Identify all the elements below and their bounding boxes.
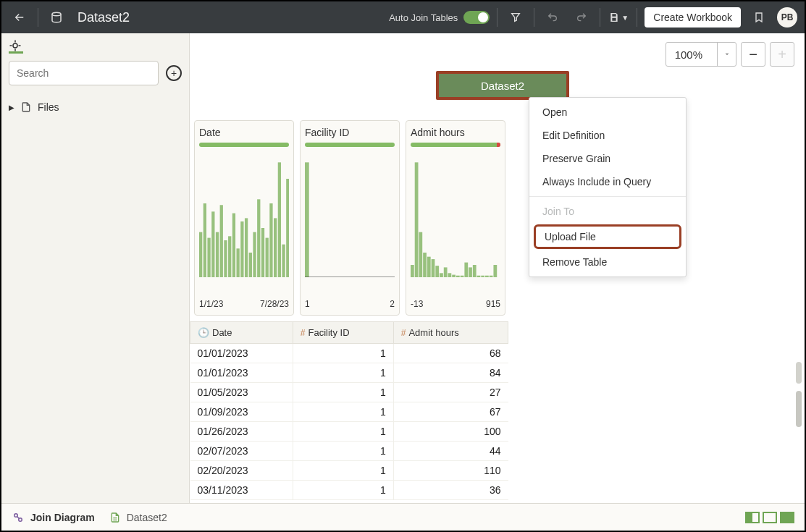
col-header-date[interactable]: 🕒Date	[190, 322, 293, 344]
caret-right-icon: ▶	[9, 104, 14, 111]
svg-rect-8	[224, 240, 227, 277]
dataset-icon	[46, 7, 67, 28]
back-button[interactable]	[9, 7, 30, 28]
svg-rect-7	[220, 205, 223, 277]
svg-rect-6	[216, 232, 219, 277]
column-card-date[interactable]: Date	[194, 120, 294, 316]
redo-icon[interactable]	[571, 7, 592, 28]
zoom-select[interactable]: 100%	[666, 42, 736, 67]
svg-rect-3	[203, 203, 206, 277]
undo-icon[interactable]	[542, 7, 563, 28]
svg-rect-45	[490, 276, 493, 277]
svg-rect-41	[473, 265, 477, 277]
divider	[38, 8, 38, 27]
divider	[600, 8, 600, 27]
tab-join-label: Join Diagram	[30, 512, 95, 523]
svg-rect-35	[448, 273, 452, 277]
bookmark-icon[interactable]	[748, 7, 770, 28]
scrollbar-thumb[interactable]	[796, 362, 802, 384]
autojoin-label: Auto Join Tables	[389, 12, 458, 23]
table-row[interactable]: 01/26/20231100	[190, 422, 508, 442]
table-row[interactable]: 01/05/2023127	[190, 383, 508, 402]
join-icon	[12, 511, 25, 524]
svg-rect-27	[415, 162, 419, 277]
scrollbar-thumb[interactable]	[796, 391, 802, 427]
canvas: 100% − + Dataset2 Date	[190, 33, 805, 503]
column-title: Date	[199, 127, 289, 138]
chevron-down-icon	[717, 43, 736, 66]
column-preview-cards: Date	[194, 120, 505, 316]
column-card-facility[interactable]: Facility ID 1 2	[300, 120, 400, 316]
column-card-admit-hours[interactable]: Admit hours	[406, 120, 505, 316]
filter-icon[interactable]	[505, 7, 526, 28]
create-workbook-button[interactable]: Create Workbook	[645, 7, 741, 28]
svg-rect-20	[274, 218, 277, 277]
zoom-out-button[interactable]: −	[741, 42, 765, 67]
table-row[interactable]: 01/09/2023167	[190, 402, 508, 422]
svg-rect-5	[211, 211, 214, 277]
menu-edit-definition[interactable]: Edit Definition	[529, 124, 686, 147]
svg-rect-2	[199, 232, 202, 277]
menu-remove-table[interactable]: Remove Table	[529, 250, 686, 274]
divider	[497, 8, 498, 27]
hash-icon: #	[401, 328, 406, 338]
svg-rect-29	[423, 253, 427, 277]
autojoin-toggle[interactable]	[463, 11, 490, 24]
svg-rect-26	[411, 265, 414, 277]
col-header-facility[interactable]: #Facility ID	[293, 322, 393, 344]
layout-empty-icon[interactable]	[763, 512, 777, 523]
svg-rect-44	[485, 276, 489, 277]
menu-upload-file[interactable]: Upload File	[534, 224, 681, 249]
tree-files-row[interactable]: ▶ Files	[9, 101, 182, 113]
column-title: Admit hours	[411, 127, 500, 138]
menu-preserve-grain[interactable]: Preserve Grain	[529, 147, 686, 170]
add-button[interactable]: +	[166, 65, 182, 81]
svg-rect-13	[245, 218, 248, 277]
layout-split-icon[interactable]	[745, 512, 760, 523]
file-icon	[20, 101, 32, 113]
svg-rect-21	[278, 162, 281, 277]
svg-rect-17	[261, 228, 264, 277]
tab-join-diagram[interactable]: Join Diagram	[12, 511, 95, 524]
zoom-in-button[interactable]: +	[770, 42, 794, 67]
admit-histogram	[411, 154, 500, 296]
quality-bar	[411, 143, 500, 147]
menu-join-to: Join To	[529, 200, 686, 223]
facility-histogram	[305, 154, 395, 296]
svg-rect-46	[493, 265, 497, 277]
svg-rect-18	[266, 238, 269, 277]
col-header-admit[interactable]: #Admit hours	[393, 322, 508, 344]
divider	[534, 8, 534, 27]
axis-max: 7/28/23	[260, 299, 289, 309]
table-row[interactable]: 02/20/20231110	[190, 461, 508, 481]
svg-rect-37	[456, 276, 460, 277]
page-title: Dataset2	[77, 10, 130, 25]
main-area: + ▶ Files 100% − + Dataset2	[1, 33, 805, 503]
table-row[interactable]: 03/11/2023136	[190, 481, 508, 500]
table-row[interactable]: 01/01/2023184	[190, 363, 508, 383]
quality-bar	[199, 143, 289, 147]
layout-icons	[745, 512, 794, 523]
svg-rect-12	[240, 221, 243, 277]
dataset-tab-chip[interactable]: Dataset2	[436, 71, 569, 100]
menu-open[interactable]: Open	[529, 101, 686, 124]
svg-rect-42	[477, 276, 481, 277]
svg-rect-4	[207, 238, 210, 277]
scrollbar-track	[796, 362, 802, 467]
axis-min: 1/1/23	[199, 299, 223, 309]
svg-rect-32	[435, 266, 439, 277]
avatar[interactable]: PB	[777, 7, 797, 28]
target-icon[interactable]	[9, 39, 23, 54]
svg-rect-31	[432, 259, 435, 277]
table-row[interactable]: 02/07/2023144	[190, 442, 508, 461]
svg-point-0	[52, 12, 61, 16]
tab-dataset[interactable]: Dataset2	[109, 512, 167, 523]
svg-rect-33	[440, 273, 443, 277]
search-input[interactable]	[9, 61, 159, 85]
table-row[interactable]: 01/01/2023168	[190, 344, 508, 363]
tree-files-label: Files	[38, 101, 59, 113]
zoom-controls: 100% − +	[666, 42, 794, 67]
save-menu-button[interactable]: ▼	[608, 7, 629, 28]
menu-always-include[interactable]: Always Include in Query	[529, 170, 686, 193]
layout-full-icon[interactable]	[780, 512, 794, 523]
